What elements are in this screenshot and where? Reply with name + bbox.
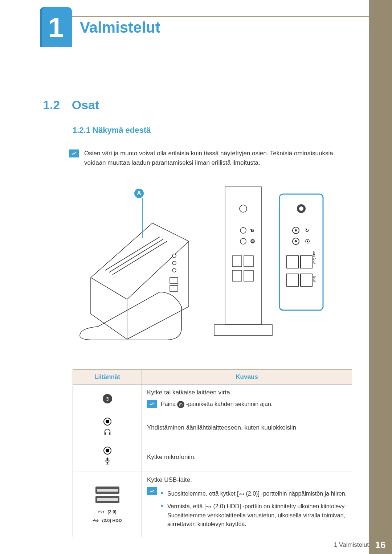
svg-text:⦿: ⦿ xyxy=(250,239,255,244)
chapter-number: 1 xyxy=(48,12,64,43)
mic-icon xyxy=(104,457,111,467)
svg-point-5 xyxy=(172,261,176,265)
svg-point-50 xyxy=(239,494,240,495)
svg-rect-47 xyxy=(97,498,118,501)
audio-jack-icon xyxy=(103,418,111,426)
svg-rect-32 xyxy=(301,274,312,286)
usb-label-text: (2.0) xyxy=(107,509,117,514)
svg-rect-19 xyxy=(244,270,253,281)
svg-rect-7 xyxy=(170,278,178,283)
audio-jack-icon xyxy=(103,447,111,455)
table-row: Kytke mikrofoniin. xyxy=(73,442,352,472)
svg-point-27 xyxy=(295,240,297,242)
th-ports: Liitännät xyxy=(73,370,142,385)
row-note: Paina -painiketta kahden sekunnin ajan. xyxy=(161,400,273,409)
headphone-icon xyxy=(103,428,111,438)
svg-point-4 xyxy=(172,254,176,258)
row-desc: Yhdistäminen äänilähtölaitteeseen, kuten… xyxy=(147,424,347,431)
header-rule xyxy=(40,16,369,17)
svg-point-11 xyxy=(240,205,247,212)
svg-rect-18 xyxy=(232,270,242,281)
bullet-text: Varmista, että [ xyxy=(167,503,206,509)
usb-notes-list: Suosittelemme, että kytket [(2.0)] -port… xyxy=(161,489,347,533)
svg-rect-39 xyxy=(104,432,106,435)
svg-point-49 xyxy=(93,520,94,521)
note-icon xyxy=(147,487,157,495)
list-item: Varmista, että [(2.0) HDD] -porttiin on … xyxy=(161,502,347,529)
bullet-text: Suosittelemme, että kytket [ xyxy=(167,491,239,497)
page-footer: 1 Valmistelut 16 xyxy=(0,536,369,554)
subsection-heading: 1.2.1 Näkymä edestä xyxy=(73,126,151,135)
svg-text:(2.0) HDD: (2.0) HDD xyxy=(313,251,316,264)
side-accent-bar xyxy=(369,0,392,554)
svg-point-51 xyxy=(207,506,208,507)
svg-point-22 xyxy=(299,206,303,211)
svg-text:↻: ↻ xyxy=(250,228,254,233)
svg-point-12 xyxy=(240,227,246,233)
list-item: Suosittelemme, että kytket [(2.0)] -port… xyxy=(161,489,347,498)
row-desc: Kytke USB-laite. xyxy=(147,476,347,484)
usb-label-text: (2.0) HDD xyxy=(102,518,122,523)
section-number: 1.2 xyxy=(43,98,60,112)
svg-point-14 xyxy=(240,238,246,244)
svg-point-6 xyxy=(172,268,176,272)
svg-rect-30 xyxy=(301,256,312,268)
footer-page-number: 16 xyxy=(369,536,392,554)
front-view-illustration: ↻ ⦿ ↻ ⦿ (2.0) HDD (2.0) xyxy=(76,183,345,343)
row-desc: Kytke mikrofoniin. xyxy=(147,454,347,461)
bullet-text: (2.0)] -portteihin näppäimistön ja hiire… xyxy=(246,491,347,497)
note-text: Osien väri ja muoto voivat olla erilaisi… xyxy=(84,149,352,168)
svg-rect-29 xyxy=(287,256,298,268)
svg-rect-17 xyxy=(244,256,253,267)
svg-text:↻: ↻ xyxy=(305,227,309,233)
section-title: Osat xyxy=(72,98,99,112)
svg-rect-31 xyxy=(287,274,298,286)
th-desc: Kuvaus xyxy=(142,370,352,385)
svg-rect-8 xyxy=(170,286,178,291)
power-icon xyxy=(103,394,112,403)
power-icon xyxy=(177,401,184,408)
svg-rect-40 xyxy=(109,432,110,435)
usb-label-a: (2.0) xyxy=(98,509,117,514)
ports-table: Liitännät Kuvaus Kytke tai katkaise lait… xyxy=(73,369,352,537)
usb-ports-icon xyxy=(95,486,120,506)
chapter-tab: 1 xyxy=(40,7,72,47)
note-icon xyxy=(69,149,79,157)
svg-point-24 xyxy=(295,229,297,231)
row-desc: Kytke tai katkaise laitteen virta. xyxy=(147,389,347,396)
footer-chapter: 1 Valmistelut xyxy=(334,541,369,549)
svg-rect-41 xyxy=(106,457,108,461)
svg-rect-45 xyxy=(97,489,118,492)
note-suffix: -painiketta kahden sekunnin ajan. xyxy=(186,401,273,407)
svg-text:⦿: ⦿ xyxy=(305,238,310,244)
note-icon xyxy=(147,400,157,408)
table-row: Kytke tai katkaise laitteen virta. Paina… xyxy=(73,385,352,413)
table-row: (2.0) (2.0) HDD Kytke USB-laite. xyxy=(73,472,352,537)
section-heading: 1.2 Osat xyxy=(43,98,99,112)
svg-text:(2.0): (2.0) xyxy=(313,276,316,282)
svg-rect-16 xyxy=(232,256,242,267)
note-prefix: Paina xyxy=(161,401,177,407)
chapter-title: Valmistelut xyxy=(80,19,160,36)
info-note: Osien väri ja muoto voivat olla erilaisi… xyxy=(69,149,352,168)
svg-point-48 xyxy=(98,512,99,513)
usb-label-b: (2.0) HDD xyxy=(93,518,122,523)
table-row: Yhdistäminen äänilähtölaitteeseen, kuten… xyxy=(73,413,352,442)
